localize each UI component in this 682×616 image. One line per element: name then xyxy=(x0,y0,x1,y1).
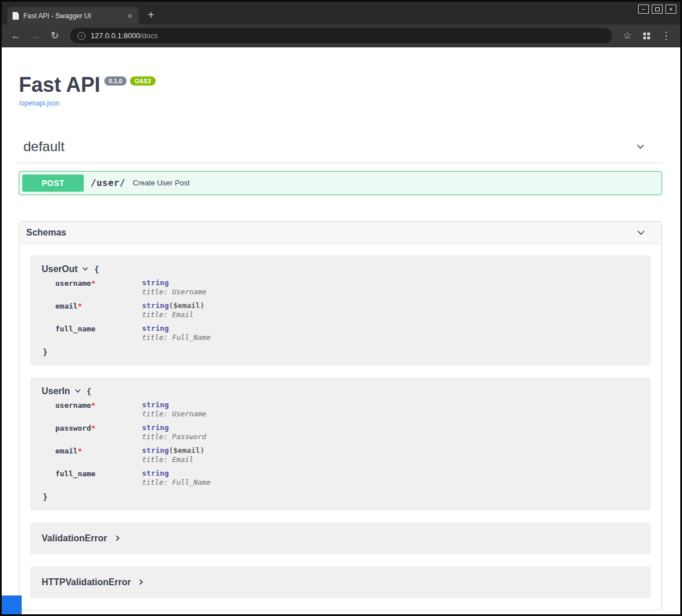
model-name: UserIn xyxy=(42,386,70,396)
close-brace: } xyxy=(43,492,47,501)
property-type: string xyxy=(142,423,206,432)
schemas-header[interactable]: Schemas xyxy=(19,222,661,244)
operation-summary: Create User Post xyxy=(133,179,190,187)
forward-button[interactable]: → xyxy=(27,28,44,44)
property-type: string xyxy=(142,278,206,287)
back-button[interactable]: ← xyxy=(7,28,25,44)
required-asterisk: * xyxy=(91,279,96,287)
menu-icon[interactable]: ⋮ xyxy=(657,28,675,44)
property-type-text: string xyxy=(142,324,169,333)
version-badge: 0.1.0 xyxy=(104,76,127,86)
property-title: title: Username xyxy=(142,410,206,418)
schemas-section: Schemas UserOut { xyxy=(19,221,662,610)
property-detail: string($email) title: Email xyxy=(142,301,205,319)
chevron-down-icon xyxy=(635,227,647,238)
model-name: HTTPValidationError xyxy=(42,577,131,587)
open-brace: { xyxy=(87,387,91,396)
window-close-button[interactable]: × xyxy=(665,5,676,14)
model-name: ValidationError xyxy=(42,533,107,544)
operation-post-user[interactable]: POST /user/ Create User Post xyxy=(19,171,662,195)
page-favicon-icon xyxy=(13,12,19,20)
property-detail: string($email) title: Email xyxy=(142,446,205,464)
oas3-badge: OAS3 xyxy=(130,76,155,86)
property-detail: string title: Username xyxy=(142,278,206,296)
property-detail: string title: Full_Name xyxy=(142,324,210,342)
property-type-text: string xyxy=(142,446,169,455)
property-detail: string title: Username xyxy=(142,400,206,418)
reload-button[interactable]: ↻ xyxy=(46,28,63,44)
property-name: username* xyxy=(55,400,142,418)
property-type: string xyxy=(142,324,210,333)
section-default[interactable]: default xyxy=(19,139,662,163)
api-title: Fast API xyxy=(19,74,100,96)
schemas-body: UserOut { username* string title: Userna… xyxy=(19,244,661,610)
schema-property-row: email* string($email) title: Email xyxy=(55,446,639,464)
bookmark-star-icon[interactable]: ☆ xyxy=(619,28,636,44)
model-userin: UserIn { username* string title: Usernam… xyxy=(30,378,651,510)
property-title: title: Email xyxy=(142,310,205,319)
property-title: title: Password xyxy=(142,432,206,441)
close-icon: × xyxy=(669,6,672,13)
url-host: 127.0.0.1:8000 xyxy=(91,31,140,40)
property-type-text: string xyxy=(142,301,169,310)
property-detail: string title: Full_Name xyxy=(142,469,210,487)
maximize-icon xyxy=(655,7,660,11)
model-validationerror[interactable]: ValidationError xyxy=(30,522,651,554)
chevron-down-icon xyxy=(74,387,82,395)
property-type: string($email) xyxy=(142,446,205,455)
openapi-json-link[interactable]: /openapi.json xyxy=(19,99,59,107)
address-bar[interactable]: i 127.0.0.1:8000/docs xyxy=(70,28,612,43)
tab-close-icon[interactable]: × xyxy=(126,11,133,20)
property-name-text: email xyxy=(55,302,78,310)
schema-property-row: email* string($email) title: Email xyxy=(55,301,639,319)
browser-window: Fast API - Swagger UI × + − × ← → ↻ i 12… xyxy=(0,0,682,616)
url-text: 127.0.0.1:8000/docs xyxy=(91,31,158,40)
property-name-text: username xyxy=(55,401,91,410)
property-name-text: email xyxy=(55,447,78,455)
window-controls: − × xyxy=(638,5,676,14)
dock-indicator xyxy=(2,595,22,614)
model-userout: UserOut { username* string title: Userna… xyxy=(30,256,651,366)
operation-path: /user/ xyxy=(91,177,125,188)
property-name-text: full_name xyxy=(55,325,95,333)
model-userin-toggle[interactable]: UserIn { xyxy=(42,386,639,396)
property-name-text: password xyxy=(55,424,91,432)
window-minimize-button[interactable]: − xyxy=(638,5,649,14)
schema-property-row: username* string title: Username xyxy=(55,400,639,418)
property-format-text: ($email) xyxy=(169,446,205,455)
property-type-text: string xyxy=(142,469,169,477)
browser-tab[interactable]: Fast API - Swagger UI × xyxy=(7,7,139,25)
chevron-right-icon xyxy=(137,578,145,586)
model-httpvalidationerror[interactable]: HTTPValidationError xyxy=(30,566,651,598)
browser-toolbar: ← → ↻ i 127.0.0.1:8000/docs ☆ ⋮ xyxy=(2,25,680,47)
new-tab-button[interactable]: + xyxy=(148,9,155,21)
site-info-icon[interactable]: i xyxy=(78,32,86,40)
url-path: /docs xyxy=(140,31,158,40)
schema-property-row: username* string title: Username xyxy=(55,278,639,296)
swagger-page: Fast API 0.1.0 OAS3 /openapi.json defaul… xyxy=(2,47,680,614)
schema-property-row: full_name string title: Full_Name xyxy=(55,324,639,342)
minimize-icon: − xyxy=(642,6,645,13)
property-name: full_name xyxy=(55,324,142,342)
property-type: string($email) xyxy=(142,301,205,310)
schemas-title: Schemas xyxy=(26,228,66,238)
property-name: username* xyxy=(55,278,142,296)
schema-property-row: password* string title: Password xyxy=(55,423,639,441)
property-title: title: Username xyxy=(142,287,206,296)
schema-property-row: full_name string title: Full_Name xyxy=(55,469,639,487)
property-name: full_name xyxy=(55,469,142,487)
property-title: title: Full_Name xyxy=(142,333,210,342)
browser-titlebar: Fast API - Swagger UI × + − × xyxy=(2,2,680,25)
method-badge: POST xyxy=(22,175,84,192)
model-properties: username* string title: Username passwor… xyxy=(55,400,639,487)
property-name: email* xyxy=(55,446,142,464)
apps-grid-glyph xyxy=(642,31,651,40)
section-title: default xyxy=(23,139,64,155)
window-maximize-button[interactable] xyxy=(652,5,663,14)
property-name-text: username xyxy=(55,279,91,287)
chevron-down-icon xyxy=(635,141,646,152)
model-properties: username* string title: Username email* … xyxy=(55,278,639,342)
property-name: password* xyxy=(55,423,142,441)
model-userout-toggle[interactable]: UserOut { xyxy=(42,264,639,274)
apps-grid-icon[interactable] xyxy=(638,28,655,44)
